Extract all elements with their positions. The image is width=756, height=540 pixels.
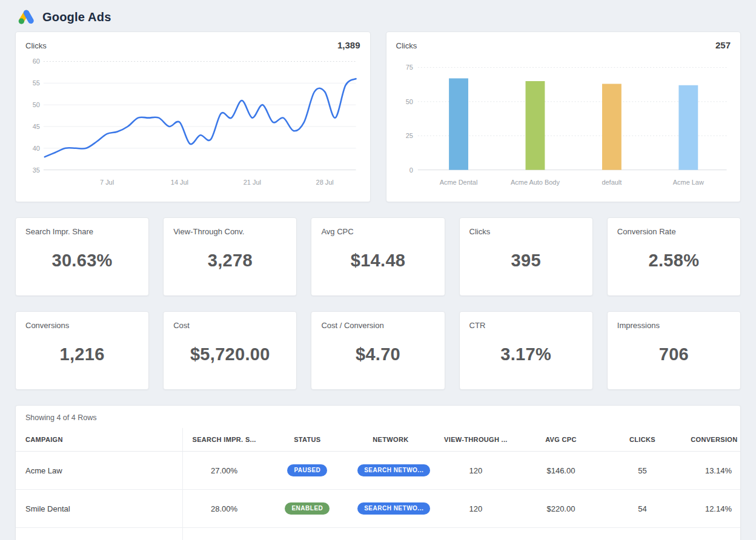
kpi-card-clicks: Clicks 395 — [459, 217, 593, 296]
charts-row: Clicks 1,389 3540455055607 Jul14 Jul21 J… — [15, 31, 741, 202]
table-header-row: CAMPAIGN SEARCH IMPR. S... STATUS NETWOR… — [16, 428, 740, 452]
showing-rows-label: Showing 4 of 4 Rows — [16, 406, 740, 428]
clicks-bar-chart[interactable]: 0255075Acme DentalAcme Auto BodydefaultA… — [396, 51, 731, 193]
svg-text:Acme Law: Acme Law — [672, 179, 703, 186]
kpi-card-cost: Cost $5,720.00 — [163, 311, 297, 390]
kpi-card-impressions: Impressions 706 — [607, 311, 741, 390]
column-header-avg-cpc: AVG CPC — [519, 428, 603, 452]
kpi-value: 1,216 — [25, 344, 139, 364]
cell-clicks: 54 — [603, 490, 683, 528]
kpi-value: $5,720.00 — [173, 344, 287, 364]
column-header-status: STATUS — [266, 428, 350, 452]
kpi-label: Conversion Rate — [617, 227, 731, 236]
cell-view-through: 120 — [433, 452, 520, 490]
svg-text:21 Jul: 21 Jul — [244, 179, 261, 186]
table-row — [16, 528, 740, 540]
table-row: Acme Law27.00%PAUSEDSEARCH NETWO...120$1… — [16, 452, 740, 490]
network-badge: SEARCH NETWO... — [349, 490, 433, 528]
kpi-value: 3.17% — [469, 344, 583, 364]
svg-text:50: 50 — [405, 98, 413, 105]
kpi-label: Avg CPC — [321, 227, 434, 236]
svg-text:Acme Auto Body: Acme Auto Body — [511, 179, 560, 186]
kpi-label: View-Through Conv. — [173, 227, 287, 236]
cell-avg-cpc: $146.00 — [519, 452, 603, 490]
svg-text:50: 50 — [33, 101, 40, 108]
clicks-line-chart[interactable]: 3540455055607 Jul14 Jul21 Jul28 Jul — [25, 51, 360, 193]
kpi-value: 706 — [617, 344, 731, 364]
svg-text:25: 25 — [405, 132, 413, 139]
clicks-bar-chart-card: Clicks 257 0255075Acme DentalAcme Auto B… — [386, 31, 741, 202]
cell-search-impr-share: 27.00% — [182, 452, 266, 490]
kpi-value: 395 — [469, 251, 583, 271]
svg-text:7 Jul: 7 Jul — [100, 179, 114, 186]
svg-text:Acme Dental: Acme Dental — [439, 179, 477, 186]
cell-search-impr-share: 28.00% — [182, 490, 266, 528]
clicks-line-chart-card: Clicks 1,389 3540455055607 Jul14 Jul21 J… — [15, 31, 371, 202]
kpi-card-ctr: CTR 3.17% — [459, 311, 593, 390]
google-ads-logo-icon — [18, 10, 35, 24]
cell-avg-cpc: $220.00 — [519, 490, 603, 528]
cell-campaign: Acme Law — [16, 452, 182, 490]
svg-text:default: default — [602, 179, 622, 186]
bar-default — [602, 84, 621, 170]
table-row: Smile Dental28.00%ENABLEDSEARCH NETWO...… — [16, 490, 740, 528]
kpi-value: 30.63% — [25, 251, 139, 271]
kpi-label: CTR — [469, 321, 583, 330]
kpi-label: Impressions — [617, 321, 731, 330]
kpi-label: Cost — [173, 321, 287, 330]
svg-text:55: 55 — [33, 79, 40, 87]
svg-text:28 Jul: 28 Jul — [316, 179, 334, 186]
cell-campaign: Smile Dental — [16, 490, 182, 528]
svg-text:40: 40 — [33, 145, 40, 152]
status-badge: PAUSED — [266, 452, 350, 490]
campaign-table: CAMPAIGN SEARCH IMPR. S... STATUS NETWOR… — [16, 428, 740, 540]
kpi-card-cost-per-conversion: Cost / Conversion $4.70 — [311, 311, 445, 390]
page-title: Google Ads — [42, 10, 111, 24]
kpi-label: Clicks — [469, 227, 583, 236]
kpi-value: 3,278 — [173, 251, 287, 271]
cell-clicks: 55 — [603, 452, 683, 490]
kpi-card-search-impr-share: Search Impr. Share 30.63% — [15, 217, 149, 296]
svg-text:75: 75 — [405, 64, 413, 71]
column-header-network: NETWORK — [349, 428, 433, 452]
column-header-search-impr-share: SEARCH IMPR. S... — [182, 428, 266, 452]
kpi-card-conversion-rate: Conversion Rate 2.58% — [607, 217, 741, 296]
kpi-value: $14.48 — [321, 251, 434, 271]
column-header-conversion: CONVERSION — [682, 428, 740, 452]
kpi-row-1: Search Impr. Share 30.63% View-Through C… — [15, 217, 741, 296]
svg-text:0: 0 — [409, 166, 413, 174]
kpi-card-conversions: Conversions 1,216 — [15, 311, 149, 390]
cell-view-through: 120 — [433, 490, 520, 528]
status-badge: ENABLED — [285, 502, 330, 515]
kpi-label: Search Impr. Share — [25, 227, 139, 236]
cell-conversion: 13.14% — [682, 452, 740, 490]
network-badge: SEARCH NETWO... — [357, 464, 430, 476]
network-badge: SEARCH NETWO... — [357, 502, 430, 515]
column-header-view-through: VIEW-THROUGH ... — [433, 428, 520, 452]
svg-text:45: 45 — [33, 123, 40, 130]
chart-title: Clicks — [396, 41, 417, 50]
status-badge: ENABLED — [266, 490, 350, 528]
campaign-table-card[interactable]: Showing 4 of 4 Rows CAMPAIGN SEARCH IMPR… — [15, 405, 741, 540]
svg-text:60: 60 — [33, 58, 40, 65]
kpi-value: 2.58% — [617, 251, 731, 271]
bar-acme-dental — [449, 78, 468, 170]
kpi-label: Conversions — [25, 321, 139, 330]
status-badge: PAUSED — [287, 464, 327, 476]
svg-text:35: 35 — [33, 166, 40, 174]
bar-acme-auto-body — [525, 81, 545, 170]
bar-acme-law — [678, 85, 698, 170]
chart-total-value: 1,389 — [337, 40, 360, 50]
app-header: Google Ads — [0, 0, 756, 31]
clicks-trend-line — [45, 79, 356, 157]
svg-text:14 Jul: 14 Jul — [171, 179, 188, 186]
chart-title: Clicks — [25, 41, 47, 50]
kpi-row-2: Conversions 1,216 Cost $5,720.00 Cost / … — [15, 311, 741, 390]
column-header-campaign: CAMPAIGN — [16, 428, 182, 452]
network-badge: SEARCH NETWO... — [349, 452, 433, 490]
column-header-clicks: CLICKS — [603, 428, 683, 452]
kpi-value: $4.70 — [321, 344, 434, 364]
kpi-card-avg-cpc: Avg CPC $14.48 — [311, 217, 445, 296]
cell-conversion: 12.14% — [682, 490, 740, 528]
kpi-label: Cost / Conversion — [321, 321, 434, 330]
